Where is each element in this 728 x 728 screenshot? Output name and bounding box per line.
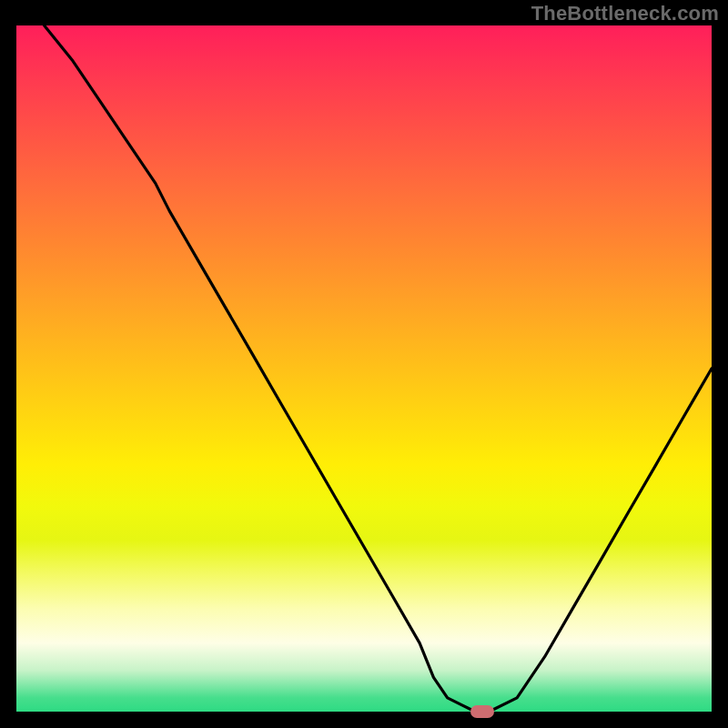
watermark-text: TheBottleneck.com — [531, 2, 719, 25]
curve-svg — [16, 25, 712, 712]
bottleneck-curve — [45, 25, 712, 712]
chart-container: TheBottleneck.com — [0, 0, 728, 728]
optimal-marker — [470, 705, 494, 718]
plot-area — [16, 25, 712, 712]
